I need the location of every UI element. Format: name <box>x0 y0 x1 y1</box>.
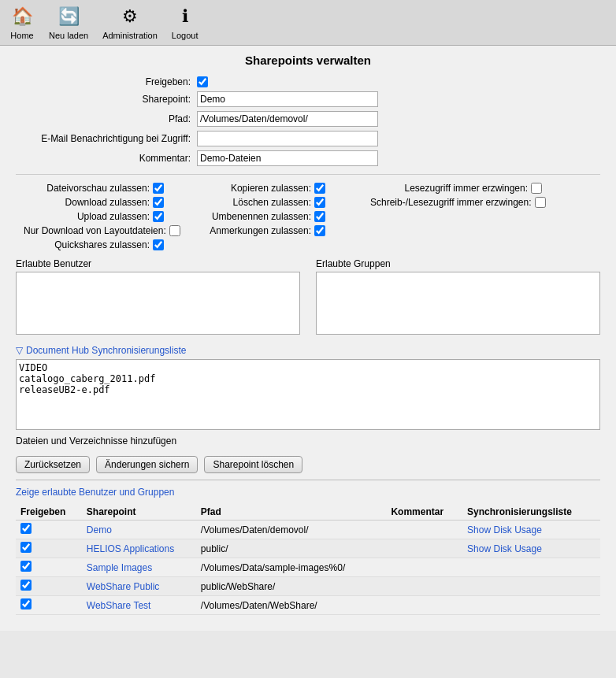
perm-umbenennen-checkbox[interactable] <box>314 211 325 222</box>
cell-kommentar <box>386 596 462 615</box>
row-freigeben-checkbox[interactable] <box>20 598 32 609</box>
perm-anmerkungen-checkbox[interactable] <box>314 225 325 236</box>
cell-pfad: /Volumes/Daten/WebShare/ <box>196 596 387 615</box>
cell-pfad: /Volumes/Daten/demovol/ <box>196 521 387 539</box>
perm-kopieren: Kopieren zulassen: <box>197 183 370 194</box>
logout-icon: ℹ <box>173 4 198 29</box>
cell-sync <box>462 577 600 596</box>
sharepoint-link[interactable]: HELIOS Applications <box>87 543 174 554</box>
sharepoint-link[interactable]: Demo <box>87 524 112 535</box>
kommentar-row: Kommentar: <box>16 150 600 166</box>
reload-label: Neu laden <box>49 31 88 40</box>
email-input[interactable] <box>197 131 378 146</box>
cell-freigeben <box>16 596 82 615</box>
perm-upload-checkbox[interactable] <box>153 211 164 222</box>
cell-sync <box>462 558 600 577</box>
cell-pfad: public/WebShare/ <box>196 577 387 596</box>
reset-button[interactable]: Zurücksetzen <box>16 456 90 473</box>
perm-upload: Upload zulassen: <box>24 211 197 222</box>
table-row: HELIOS Applications public/ Show Disk Us… <box>16 539 600 558</box>
perm-loeschen-checkbox[interactable] <box>314 197 325 208</box>
perm-download-checkbox[interactable] <box>153 197 164 208</box>
main-content: Sharepoints verwalten Freigeben: Sharepo… <box>0 46 616 631</box>
freigeben-checkbox[interactable] <box>197 76 208 87</box>
logout-label: Logout <box>172 31 199 40</box>
cell-pfad: /Volumes/Data/sample-images%0/ <box>196 558 387 577</box>
cell-sync: Show Disk Usage <box>462 539 600 558</box>
cell-sync: Show Disk Usage <box>462 521 600 539</box>
show-disk-usage-link[interactable]: Show Disk Usage <box>467 543 542 554</box>
sync-header-label: Document Hub Synchronisierungsliste <box>26 345 186 356</box>
email-row: E-Mail Benachrichtigung bei Zugriff: <box>16 131 600 146</box>
admin-icon: ⚙ <box>117 4 143 29</box>
cell-pfad: public/ <box>196 539 387 558</box>
cell-sharepoint: Sample Images <box>82 558 196 577</box>
toolbar-item-reload[interactable]: 🔄 Neu laden <box>49 4 88 40</box>
sharepoint-row: Sharepoint: <box>16 91 600 107</box>
sharepoint-label: Sharepoint: <box>16 94 197 105</box>
table-row: WebShare Public public/WebShare/ <box>16 577 600 596</box>
cell-kommentar <box>386 539 462 558</box>
sharepoint-link[interactable]: WebShare Test <box>87 600 151 611</box>
row-freigeben-checkbox[interactable] <box>20 561 32 572</box>
table-row: Demo /Volumes/Daten/demovol/ Show Disk U… <box>16 521 600 539</box>
cell-freigeben <box>16 577 82 596</box>
permissions-section: Dateivorschau zulassen: Kopieren zulasse… <box>16 174 600 250</box>
perm-dateivorschau: Dateivorschau zulassen: <box>24 183 197 194</box>
perm-schreib-checkbox[interactable] <box>535 197 546 208</box>
perm-nur-download: Nur Download von Layoutdateien: <box>24 225 197 236</box>
sharepoint-link[interactable]: WebShare Public <box>87 581 160 592</box>
users-textarea[interactable] <box>16 272 300 335</box>
cell-freigeben <box>16 539 82 558</box>
perm-dateivorschau-checkbox[interactable] <box>153 183 164 194</box>
toolbar-item-admin[interactable]: ⚙ Administration <box>102 4 158 40</box>
toolbar-item-home[interactable]: 🏠 Home <box>9 4 35 40</box>
show-users-link[interactable]: Zeige erlaubte Benutzer und Gruppen <box>16 487 600 498</box>
perm-quickshares-checkbox[interactable] <box>153 239 164 250</box>
table-row: WebShare Test /Volumes/Daten/WebShare/ <box>16 596 600 615</box>
toolbar-item-logout[interactable]: ℹ Logout <box>172 4 199 40</box>
perm-download: Download zulassen: <box>24 197 197 208</box>
perm-schreib: Schreib-/Lesezugriff immer erzwingen: <box>370 197 600 208</box>
sync-header[interactable]: ▽ Document Hub Synchronisierungsliste <box>16 345 600 356</box>
email-label: E-Mail Benachrichtigung bei Zugriff: <box>16 133 197 144</box>
cell-sharepoint: Demo <box>82 521 196 539</box>
sync-textarea[interactable]: VIDEO catalogo_caberg_2011.pdf releaseUB… <box>16 359 600 430</box>
buttons-row: Zurücksetzen Änderungen sichern Sharepoi… <box>16 456 600 473</box>
users-block: Erlaubte Benutzer <box>16 258 300 337</box>
save-button[interactable]: Änderungen sichern <box>96 456 198 473</box>
reload-icon: 🔄 <box>56 4 81 29</box>
groups-block: Erlaubte Gruppen <box>316 258 600 337</box>
add-files-label: Dateien und Verzeichnisse hinzufügen <box>16 435 600 446</box>
kommentar-label: Kommentar: <box>16 153 197 164</box>
cell-sharepoint: WebShare Test <box>82 596 196 615</box>
row-freigeben-checkbox[interactable] <box>20 542 32 553</box>
row-freigeben-checkbox[interactable] <box>20 580 32 591</box>
perm-lesezugriff-checkbox[interactable] <box>531 183 542 194</box>
groups-textarea[interactable] <box>316 272 600 335</box>
cell-kommentar <box>386 521 462 539</box>
cell-freigeben <box>16 558 82 577</box>
delete-button[interactable]: Sharepoint löschen <box>204 456 302 473</box>
col-header-freigeben: Freigeben <box>16 504 82 521</box>
perm-quickshares: Quickshares zulassen: <box>24 239 197 250</box>
sharepoint-input[interactable] <box>197 91 378 107</box>
row-freigeben-checkbox[interactable] <box>20 523 32 534</box>
show-disk-usage-link[interactable]: Show Disk Usage <box>467 524 542 535</box>
admin-label: Administration <box>102 31 158 40</box>
triangle-icon: ▽ <box>16 345 23 356</box>
pfad-input[interactable] <box>197 111 378 127</box>
toolbar: 🏠 Home 🔄 Neu laden ⚙ Administration ℹ Lo… <box>0 0 616 46</box>
perm-lesezugriff: Lesezugriff immer erzwingen: <box>370 183 600 194</box>
perm-kopieren-checkbox[interactable] <box>314 183 325 194</box>
sharepoint-link[interactable]: Sample Images <box>87 562 152 573</box>
col-header-kommentar: Kommentar <box>386 504 462 521</box>
table-body: Demo /Volumes/Daten/demovol/ Show Disk U… <box>16 521 600 615</box>
kommentar-input[interactable] <box>197 150 378 166</box>
col-header-pfad: Pfad <box>196 504 387 521</box>
cell-freigeben <box>16 521 82 539</box>
perm-anmerkungen: Anmerkungen zulassen: <box>197 225 370 236</box>
table-header: Freigeben Sharepoint Pfad Kommentar Sync… <box>16 504 600 521</box>
perm-loeschen: Löschen zulassen: <box>197 197 370 208</box>
perm-nur-download-checkbox[interactable] <box>169 225 180 236</box>
